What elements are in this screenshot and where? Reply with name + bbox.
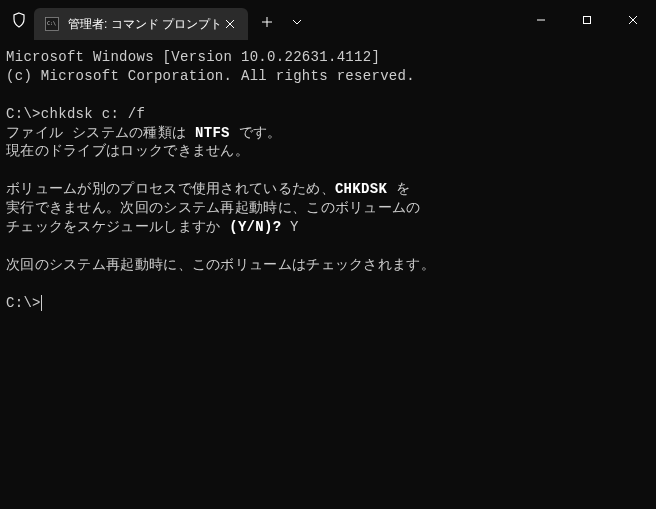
maximize-button[interactable] <box>564 0 610 40</box>
terminal-output[interactable]: Microsoft Windows [Version 10.0.22631.41… <box>0 40 656 320</box>
output-line: です。 <box>230 125 282 141</box>
output-line: (c) Microsoft Corporation. All rights re… <box>6 68 415 84</box>
tab-active[interactable]: C:\ 管理者: コマンド プロンプト <box>34 8 248 40</box>
command-text: chkdsk c: /f <box>41 106 145 122</box>
minimize-button[interactable] <box>518 0 564 40</box>
prompt: C:\> <box>6 106 41 122</box>
tab-close-button[interactable] <box>222 16 238 32</box>
output-highlight: CHKDSK <box>335 181 387 197</box>
output-line: ボリュームが別のプロセスで使用されているため、 <box>6 181 335 197</box>
cmd-icon: C:\ <box>44 16 60 32</box>
output-line: チェックをスケジュールしますか <box>6 219 229 235</box>
prompt: C:\> <box>6 295 41 311</box>
output-line: 次回のシステム再起動時に、このボリュームはチェックされます。 <box>6 257 435 273</box>
output-line: 実行できません。次回のシステム再起動時に、このボリュームの <box>6 200 421 216</box>
output-line: を <box>387 181 410 197</box>
shield-icon <box>10 11 28 29</box>
output-line: 現在のドライブはロックできません。 <box>6 143 249 159</box>
output-line: Microsoft Windows [Version 10.0.22631.41… <box>6 49 380 65</box>
output-line: ファイル システムの種類は <box>6 125 195 141</box>
output-highlight: NTFS <box>195 125 230 141</box>
tab-dropdown-button[interactable] <box>282 7 312 37</box>
close-button[interactable] <box>610 0 656 40</box>
svg-text:C:\: C:\ <box>47 20 56 26</box>
svg-rect-2 <box>584 17 591 24</box>
output-highlight: (Y/N)? <box>229 219 281 235</box>
cursor-icon <box>41 295 42 311</box>
new-tab-button[interactable] <box>252 7 282 37</box>
window-titlebar: C:\ 管理者: コマンド プロンプト <box>0 0 656 40</box>
user-input: Y <box>281 219 298 235</box>
tab-title: 管理者: コマンド プロンプト <box>68 16 222 33</box>
